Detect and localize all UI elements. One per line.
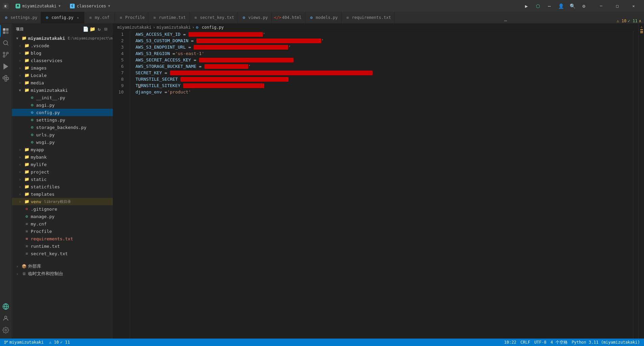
- minimize-button[interactable]: ─: [593, 0, 609, 12]
- debug-button[interactable]: ⬡: [533, 1, 543, 11]
- chevron-right-icon: ›: [17, 50, 23, 56]
- close-button[interactable]: ✕: [626, 0, 641, 12]
- minimap-area: [633, 31, 639, 339]
- tree-locale[interactable]: › 📁 Locale: [12, 72, 113, 79]
- tree-classervices[interactable]: › 📁 classervices: [12, 57, 113, 64]
- settings-button[interactable]: ⚙: [579, 1, 589, 11]
- tree-runtime[interactable]: › ≡ runtime.txt: [12, 242, 113, 250]
- status-errors[interactable]: ⚠ 10 ✓ 11: [48, 340, 71, 345]
- tab-models[interactable]: ⚙ models.py: [305, 12, 342, 23]
- new-file-icon[interactable]: 📄: [83, 26, 89, 32]
- tree-blog[interactable]: › 📁 blog: [12, 49, 113, 57]
- tree-item-label: storage_backends.py: [36, 125, 86, 130]
- config-tab-close[interactable]: ✕: [75, 15, 81, 20]
- activity-run[interactable]: [0, 60, 12, 72]
- code-line-1: AWS_ACCESS_KEY_ID = ': [135, 31, 628, 37]
- tree-procfile[interactable]: › ≡ Procfile: [12, 228, 113, 235]
- status-eol[interactable]: CRLF: [519, 340, 531, 345]
- tree-init[interactable]: › ⚙ __init__.py: [12, 94, 113, 101]
- tab-404[interactable]: </> 404.html: [272, 12, 305, 23]
- refresh-icon[interactable]: ↻: [97, 26, 102, 32]
- title-bar: ◧ M miyamizutakaki ▼ C classervices ▼ ▶ …: [0, 0, 644, 12]
- workspace-selector[interactable]: C classervices ▼: [67, 3, 113, 9]
- status-language[interactable]: Python 3.11 (miyamizutakaki): [570, 340, 641, 345]
- tree-settings[interactable]: › ⚙ settings.py: [12, 116, 113, 124]
- token-varname: AWS_S3_CUSTOM_DOMAIN: [135, 37, 189, 44]
- line-num-3: 3: [113, 44, 127, 50]
- tree-urls[interactable]: › ⚙ urls.py: [12, 131, 113, 138]
- activity-source-control[interactable]: [0, 49, 12, 60]
- tab-bar: ⚙ settings.py ⚙ config.py ✕ ≡ my.cnf ≡ P…: [0, 12, 644, 24]
- collapse-icon[interactable]: ⊟: [103, 26, 109, 32]
- tree-secretkey[interactable]: › ≡ secret_key.txt: [12, 250, 113, 257]
- new-folder-icon[interactable]: 📁: [90, 26, 95, 32]
- activity-remote[interactable]: [0, 300, 12, 312]
- tree-root-folder[interactable]: ▼ 📁 miyamizutakaki E:\miyamizuproject\mi…: [12, 34, 113, 42]
- tree-config[interactable]: › ⚙ config.py: [12, 109, 113, 116]
- tree-wsgi[interactable]: › ⚙ wsgi.py: [12, 138, 113, 146]
- tree-storage-backends[interactable]: › ⚙ storage_backends.py: [12, 124, 113, 131]
- tree-temp-console[interactable]: › 🖥 临时文件和控制台: [12, 270, 113, 277]
- tree-vscode[interactable]: › 📁 .vscode: [12, 42, 113, 49]
- tree-static[interactable]: › 📁 static: [12, 176, 113, 183]
- breadcrumb-item-sub[interactable]: miyamizutakaki: [156, 25, 191, 30]
- token-eq: =: [180, 31, 188, 37]
- status-spaces[interactable]: 4 个空格: [549, 340, 569, 345]
- tab-runtime[interactable]: ≡ runtime.txt: [148, 12, 189, 23]
- tab-views[interactable]: ⚙ views.py: [238, 12, 272, 23]
- tree-project[interactable]: › 📁 project: [12, 168, 113, 176]
- maximize-button[interactable]: □: [610, 0, 625, 12]
- activity-explorer[interactable]: [0, 25, 12, 37]
- editor-content[interactable]: 1 2 3 4 5 6 7 8 9 10 AWS_ACCESS_KEY_ID =…: [113, 31, 639, 339]
- tab-procfile[interactable]: ≡ Procfile: [115, 12, 149, 23]
- search-button[interactable]: 🔍: [568, 1, 577, 11]
- more-button[interactable]: ⋯: [545, 1, 554, 11]
- tab-overflow-button[interactable]: ⋯: [501, 18, 510, 23]
- tree-mycnf[interactable]: › ≡ my.cnf: [12, 220, 113, 228]
- tab-config[interactable]: ⚙ config.py ✕: [41, 12, 84, 23]
- tab-requirements[interactable]: ≡ requirements.txt: [342, 12, 395, 23]
- chevron-right-icon: ›: [17, 191, 23, 197]
- code-editor[interactable]: AWS_ACCESS_KEY_ID = ' AWS_S3_CUSTOM_DOMA…: [130, 31, 633, 339]
- right-gutter: ⚠: [639, 24, 644, 339]
- tab-secretkey[interactable]: ≡ secret_key.txt: [190, 12, 238, 23]
- line-num-1: 1: [113, 31, 127, 37]
- tab-settings[interactable]: ⚙ settings.py: [0, 12, 41, 23]
- warning-count: ⚠ 10: [49, 340, 59, 345]
- tree-requirements[interactable]: › ≡ requirements.txt: [12, 235, 113, 242]
- tree-mylife[interactable]: › 📁 mylife: [12, 161, 113, 168]
- tree-staticfiles[interactable]: › 📁 staticfiles: [12, 183, 113, 190]
- tree-asgi[interactable]: › ⚙ asgi.py: [12, 101, 113, 109]
- breadcrumb-item-file[interactable]: ⚙ config.py: [196, 25, 224, 30]
- tree-managepy[interactable]: › ⚙ manage.py: [12, 213, 113, 220]
- tree-venv[interactable]: › 📁 venv library根目录: [12, 198, 113, 205]
- chevron-right-icon: ›: [17, 177, 23, 182]
- tree-gitignore[interactable]: › ⊙ .gitignore: [12, 205, 113, 213]
- run-button[interactable]: ▶: [522, 1, 531, 11]
- sidebar-header-icons: 📄 📁 ↻ ⊟: [83, 26, 109, 32]
- tree-media[interactable]: › 📁 media: [12, 79, 113, 86]
- scroll-up-btn[interactable]: ∧: [639, 19, 641, 23]
- config-tab-icon: ⚙: [44, 15, 50, 20]
- activity-accounts[interactable]: [0, 312, 12, 324]
- tab-mycnf[interactable]: ≡ my.cnf: [84, 12, 115, 23]
- status-branch[interactable]: miyamizutakaki: [3, 340, 45, 345]
- tree-external-libs[interactable]: › 📦 外部库: [12, 263, 113, 270]
- status-position[interactable]: 10:22: [503, 340, 518, 345]
- chevron-down-icon: ▼: [17, 87, 23, 93]
- activity-extensions[interactable]: [0, 72, 12, 84]
- tree-item-label: static: [31, 177, 47, 182]
- breadcrumb-item-root[interactable]: miyamizutakaki: [117, 25, 151, 30]
- language-label: Python 3.11 (miyamizutakaki): [572, 340, 640, 345]
- tree-templates[interactable]: › 📁 templates: [12, 190, 113, 198]
- accounts-button[interactable]: 👤: [556, 1, 566, 11]
- activity-search[interactable]: [0, 37, 12, 49]
- tree-mybank[interactable]: › 📁 mybank: [12, 153, 113, 161]
- project-selector[interactable]: M miyamizutakaki ▼: [13, 3, 63, 9]
- activity-settings[interactable]: [0, 324, 12, 336]
- tree-miyamizutakaki-sub[interactable]: ▼ 📁 miyamizutakaki: [12, 86, 113, 94]
- tree-images[interactable]: › 📁 images: [12, 64, 113, 72]
- status-encoding[interactable]: UTF-8: [533, 340, 548, 345]
- tree-item-label: project: [31, 169, 49, 175]
- tree-myapp[interactable]: › 📁 myapp: [12, 146, 113, 153]
